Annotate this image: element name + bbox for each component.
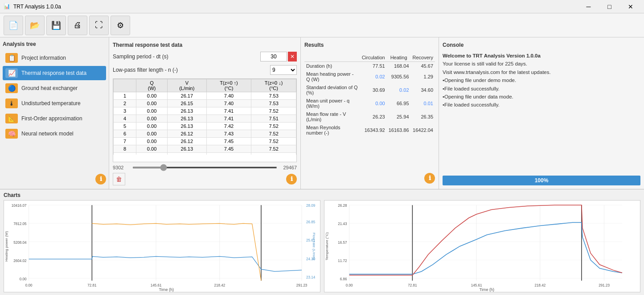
delete-button[interactable]: 🗑	[113, 173, 125, 185]
trt-panel: Thermal response test data Sampling peri…	[109, 37, 301, 189]
svg-text:Flow rate (L/min): Flow rate (L/min)	[312, 233, 316, 260]
svg-text:Heating power (W): Heating power (W)	[4, 231, 8, 262]
results-info-button[interactable]: ℹ	[424, 173, 435, 184]
filter-length-row: Low-pass filter length - n (-) 9 11 13	[113, 65, 297, 75]
table-row: 30.0026.137.417.52	[114, 107, 296, 115]
table-header-tz0down: T(z=0 ↓)(°C)	[251, 79, 296, 92]
results-row: Mean flow rate - V (L/min)26.2325.9426.3…	[304, 110, 435, 123]
open-file-button[interactable]: 📂	[25, 16, 45, 35]
svg-text:21.43: 21.43	[338, 222, 347, 226]
console-title: Console	[443, 41, 640, 49]
sampling-period-input[interactable]	[260, 52, 287, 61]
chart-heating-power: 10416.07 7812.05 5208.04 2604.02 0.00 28…	[4, 200, 320, 292]
close-button[interactable]: ✕	[620, 0, 640, 13]
sidebar-item-first-order[interactable]: 📐 First-Order approximation	[3, 111, 106, 126]
print-button[interactable]: 🖨	[68, 16, 87, 35]
analysis-tree-panel: Analysis tree 📋 Project information 📈 Th…	[0, 37, 109, 189]
console-message: •File loaded successfully.	[443, 101, 640, 109]
new-file-button[interactable]: 📄	[4, 16, 23, 35]
table-row: 80.0026.137.457.52	[114, 145, 296, 153]
toolbar: 📄 📂 💾 🖨 ⛶ ⚙	[0, 13, 644, 37]
results-col-label	[304, 53, 360, 62]
chart2-svg: 26.28 21.43 16.57 11.72 6.86 0.00 72.81 …	[324, 201, 640, 292]
svg-text:218.42: 218.42	[214, 283, 225, 287]
sidebar-item-ground-heat[interactable]: 🔵 Ground heat exchanger	[3, 81, 106, 95]
svg-text:7812.05: 7812.05	[13, 222, 27, 226]
table-header-q: Q(W)	[136, 79, 168, 92]
chart1-svg: 10416.07 7812.05 5208.04 2604.02 0.00 28…	[4, 201, 320, 292]
svg-text:291.23: 291.23	[296, 283, 308, 287]
console-text: Welcome to TRT Analysis Version 1.0.0aYo…	[443, 52, 640, 176]
sampling-period-input-group: ✕	[260, 52, 297, 61]
table-row: 10.0026.177.407.53	[114, 92, 296, 100]
app-icon: 📊	[4, 3, 11, 10]
charts-section: Charts	[0, 189, 644, 295]
sidebar-item-project-information[interactable]: 📋 Project information	[3, 51, 106, 65]
filter-length-select[interactable]: 9 11 13	[270, 65, 297, 75]
range-slider[interactable]	[132, 167, 277, 168]
neural-network-icon: 🧠	[5, 129, 18, 139]
svg-text:291.23: 291.23	[599, 283, 610, 287]
slider-container: 9302 29467	[113, 165, 297, 170]
svg-text:0.00: 0.00	[25, 283, 33, 287]
results-row: Mean Reynolds number (-)16343.9216163.86…	[304, 123, 435, 137]
svg-text:72.81: 72.81	[408, 283, 417, 287]
charts-row: 10416.07 7812.05 5208.04 2604.02 0.00 28…	[4, 200, 640, 292]
svg-text:26.85: 26.85	[306, 220, 316, 224]
table-header-row	[114, 79, 136, 92]
table-row: 40.0026.137.417.51	[114, 115, 296, 123]
sampling-period-label: Sampling period - dt (s)	[113, 53, 260, 60]
chart-temperature: 26.28 21.43 16.57 11.72 6.86 0.00 72.81 …	[324, 200, 641, 292]
table-row: 20.0026.157.407.53	[114, 100, 296, 107]
trt-panel-footer: 🗑 ℹ	[113, 173, 297, 185]
maximize-button[interactable]: □	[599, 0, 619, 13]
svg-text:72.81: 72.81	[87, 283, 97, 287]
sidebar-item-undisturbed-temp[interactable]: 🌡 Undisturbed temperature	[3, 96, 106, 111]
slider-max-label: 29467	[279, 165, 297, 170]
sidebar-item-label: First-Order approximation	[21, 115, 82, 122]
results-title: Results	[304, 41, 435, 49]
title-bar-controls: ─ □ ✕	[578, 0, 640, 13]
sidebar-item-thermal-response[interactable]: 📈 Thermal response test data	[3, 66, 106, 80]
svg-text:Temperature (°C): Temperature (°C)	[325, 232, 329, 260]
svg-text:Time (h): Time (h)	[479, 287, 494, 292]
results-row: Mean heating power - Q (W)0.029305.561.2…	[304, 70, 435, 83]
svg-text:6.86: 6.86	[340, 277, 347, 281]
title-bar: 📊 TRT Analysis 1.0.0a ─ □ ✕	[0, 0, 644, 13]
ground-heat-icon: 🔵	[5, 83, 18, 93]
slider-min-label: 9302	[113, 165, 131, 170]
main-content: Analysis tree 📋 Project information 📈 Th…	[0, 37, 644, 295]
sampling-period-clear-button[interactable]: ✕	[288, 52, 297, 61]
fullscreen-button[interactable]: ⛶	[89, 16, 109, 35]
sidebar-item-label: Thermal response test data	[21, 70, 86, 76]
minimize-button[interactable]: ─	[578, 0, 599, 13]
analysis-tree-footer: ℹ	[3, 172, 106, 186]
table-row: 60.0026.127.437.52	[114, 130, 296, 138]
sampling-period-row: Sampling period - dt (s) ✕	[113, 52, 297, 61]
svg-text:28.09: 28.09	[306, 204, 316, 208]
console-message: •File loaded successfully.	[443, 85, 640, 93]
sidebar-item-neural-network[interactable]: 🧠 Neural network model	[3, 127, 106, 141]
table-row: 90.0026.137.467.53	[114, 153, 296, 155]
results-col-circulation: Circulation	[360, 53, 387, 62]
sidebar-item-label: Project information	[21, 55, 66, 61]
sidebar-item-label: Ground heat exchanger	[21, 85, 78, 91]
progress-bar: 100%	[443, 176, 640, 185]
svg-text:16.57: 16.57	[338, 240, 347, 244]
tree-items: 📋 Project information 📈 Thermal response…	[3, 51, 106, 172]
svg-text:10416.07: 10416.07	[12, 204, 27, 208]
svg-text:0.00: 0.00	[345, 283, 353, 287]
undisturbed-temp-icon: 🌡	[5, 98, 18, 108]
svg-text:11.72: 11.72	[338, 258, 347, 262]
sidebar-item-label: Neural network model	[21, 131, 74, 137]
results-row: Duration (h)77.51168.0445.67	[304, 62, 435, 70]
save-file-button[interactable]: 💾	[46, 16, 66, 35]
results-col-recovery: Recovery	[411, 53, 435, 62]
settings-button[interactable]: ⚙	[111, 16, 130, 35]
svg-text:2604.02: 2604.02	[13, 258, 27, 262]
analysis-tree-info-button[interactable]: ℹ	[95, 174, 106, 184]
top-panels: Analysis tree 📋 Project information 📈 Th…	[0, 37, 644, 189]
trt-info-button[interactable]: ℹ	[286, 174, 297, 184]
console-message: Visit www.trtanalysis.com for the latest…	[443, 68, 640, 76]
title-bar-text: TRT Analysis 1.0.0a	[13, 4, 578, 10]
